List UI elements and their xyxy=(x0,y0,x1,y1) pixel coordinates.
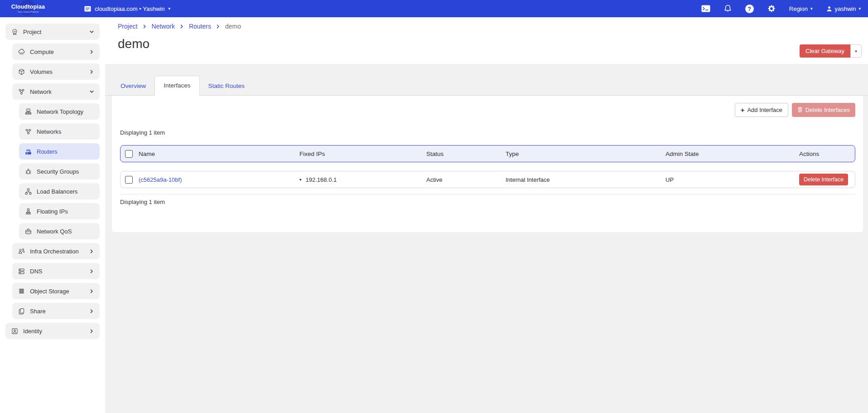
sidebar-item-volumes[interactable]: Volumes xyxy=(12,63,100,80)
help-icon[interactable]: ? xyxy=(745,5,754,13)
admin-state-value: UP xyxy=(665,176,799,183)
sidebar-item-label: Network QoS xyxy=(37,228,72,235)
sidebar-item-label: Load Balancers xyxy=(37,188,77,195)
brand-tagline: Your Cloud Partner xyxy=(6,10,50,13)
identity-icon xyxy=(10,327,19,335)
tab-overview[interactable]: Overview xyxy=(112,77,154,96)
bell-icon[interactable] xyxy=(724,5,732,13)
interfaces-panel: + Add Interface Delete Interfaces Displa… xyxy=(112,96,863,232)
sidebar-item-label: Routers xyxy=(37,148,58,155)
sidebar-item-network[interactable]: Network xyxy=(12,83,100,100)
gateway-caret-button[interactable]: ▾ xyxy=(850,44,862,58)
network-topology-icon xyxy=(24,107,32,116)
volumes-icon xyxy=(17,68,25,76)
sidebar-item-label: Volumes xyxy=(30,68,53,75)
plus-icon: + xyxy=(741,107,745,113)
infra-orchestration-icon xyxy=(17,247,25,255)
delete-interfaces-button[interactable]: Delete Interfaces xyxy=(792,103,855,117)
column-header-name: Name xyxy=(139,151,299,157)
sidebar-item-label: Infra Orchestration xyxy=(30,248,79,255)
network-qos-icon xyxy=(24,227,32,235)
top-navbar: Cloudtopiaa Your Cloud Partner cloudtopi… xyxy=(0,0,868,17)
networks-icon xyxy=(24,127,32,136)
sidebar-item-label: Floating IPs xyxy=(37,208,68,215)
brand-name: Cloudtopiaa xyxy=(6,4,50,10)
clear-gateway-button[interactable]: Clear Gateway xyxy=(800,44,850,58)
sidebar-item-identity[interactable]: Identity xyxy=(5,323,100,339)
status-value: Active xyxy=(426,176,506,183)
sidebar-item-routers[interactable]: Routers xyxy=(19,143,100,160)
tab-bar: OverviewInterfacesStatic Routes xyxy=(105,65,868,96)
sidebar-item-label: Project xyxy=(23,29,41,35)
region-label: Region xyxy=(789,5,808,12)
breadcrumb: ProjectNetworkRoutersdemo xyxy=(118,23,868,30)
add-interface-label: Add Interface xyxy=(747,107,782,113)
select-all-checkbox[interactable] xyxy=(125,150,133,158)
column-header-status: Status xyxy=(426,151,506,157)
load-balancers-icon xyxy=(24,187,32,195)
column-header-type: Type xyxy=(506,151,665,157)
breadcrumb-item-routers[interactable]: Routers xyxy=(189,23,211,30)
sidebar-item-dns[interactable]: DNS xyxy=(12,263,100,279)
domain-project-switcher[interactable]: cloudtopiaa.com • Yashwin ▾ xyxy=(84,5,170,12)
sidebar-item-network-qos[interactable]: Network QoS xyxy=(19,223,100,239)
breadcrumb-item-project[interactable]: Project xyxy=(118,23,138,30)
chevron-right-icon xyxy=(89,69,94,74)
project-icon xyxy=(10,28,19,36)
sidebar-item-label: Object Storage xyxy=(30,288,69,295)
delete-interface-button[interactable]: Delete Interface xyxy=(799,174,848,185)
column-header-actions: Actions xyxy=(799,151,855,157)
row-checkbox[interactable] xyxy=(125,176,133,184)
chevron-down-icon: ▾ xyxy=(858,7,861,11)
region-dropdown[interactable]: Region ▾ xyxy=(789,5,813,12)
sidebar-item-share[interactable]: Share xyxy=(12,303,100,319)
sidebar-item-compute[interactable]: Compute xyxy=(12,44,100,60)
floating-ips-icon xyxy=(24,207,32,215)
item-count-footer-text: Displaying 1 item xyxy=(120,199,855,205)
tab-static-routes[interactable]: Static Routes xyxy=(200,77,253,96)
table-toolbar: + Add Interface Delete Interfaces xyxy=(120,103,855,117)
breadcrumb-item-network[interactable]: Network xyxy=(152,23,175,30)
main-content: ProjectNetworkRoutersdemo demo Clear Gat… xyxy=(105,17,868,413)
object-storage-icon xyxy=(17,287,25,295)
network-icon xyxy=(17,87,25,96)
chevron-down-icon: ▾ xyxy=(855,49,857,53)
user-dropdown[interactable]: yashwin ▾ xyxy=(826,5,861,12)
compute-icon xyxy=(17,48,25,56)
add-interface-button[interactable]: + Add Interface xyxy=(735,103,788,117)
tab-interfaces[interactable]: Interfaces xyxy=(154,76,199,96)
sidebar-item-label: Security Groups xyxy=(37,168,79,175)
user-icon xyxy=(826,6,832,12)
share-icon xyxy=(17,307,25,315)
sidebar-item-security-groups[interactable]: Security Groups xyxy=(19,163,100,180)
sidebar-item-label: Network xyxy=(30,88,52,95)
sidebar-item-label: Share xyxy=(30,308,46,315)
sidebar-item-network-topology[interactable]: Network Topology xyxy=(19,103,100,120)
type-value: Internal Interface xyxy=(506,176,665,183)
sidebar-item-project[interactable]: Project xyxy=(5,24,100,40)
chevron-right-icon xyxy=(89,289,94,294)
sidebar-item-floating-ips[interactable]: Floating IPs xyxy=(19,203,100,219)
fixed-ip-value: 192.168.0.1 xyxy=(306,176,337,183)
navbar-right: ? Region ▾ yashwin ▾ xyxy=(701,5,861,13)
sidebar-item-object-storage[interactable]: Object Storage xyxy=(12,283,100,299)
sidebar-item-label: DNS xyxy=(30,268,42,275)
sidebar-item-load-balancers[interactable]: Load Balancers xyxy=(19,183,100,199)
chevron-down-icon: ▾ xyxy=(168,7,170,11)
brand-logo[interactable]: Cloudtopiaa Your Cloud Partner xyxy=(6,4,50,13)
delete-interfaces-label: Delete Interfaces xyxy=(805,107,850,113)
routers-icon xyxy=(24,147,32,155)
breadcrumb-separator-icon xyxy=(179,24,184,29)
console-icon[interactable] xyxy=(701,5,710,12)
table-footer-divider xyxy=(120,194,855,194)
sidebar-item-networks[interactable]: Networks xyxy=(19,123,100,140)
sidebar-item-infra-orchestration[interactable]: Infra Orchestration xyxy=(12,243,100,259)
chevron-down-icon xyxy=(89,89,94,94)
gear-icon[interactable] xyxy=(767,5,776,13)
table-header-row: NameFixed IPsStatusTypeAdmin StateAction… xyxy=(120,145,855,162)
chevron-right-icon xyxy=(89,309,94,314)
chevron-right-icon xyxy=(89,269,94,274)
gateway-action-group: Clear Gateway ▾ xyxy=(800,44,862,58)
interface-name-link[interactable]: (c5625a9a-10bf) xyxy=(139,176,182,183)
security-groups-icon xyxy=(24,167,32,175)
